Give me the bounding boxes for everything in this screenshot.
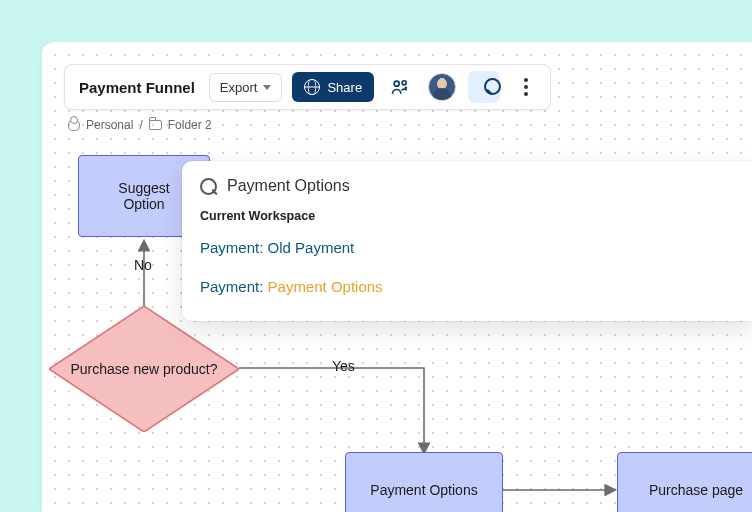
node-payment-options[interactable]: Payment Options [345,452,503,512]
more-menu-button[interactable] [510,71,542,103]
avatar [428,73,456,101]
export-button[interactable]: Export [209,73,283,102]
collaborators-button[interactable] [384,71,416,103]
search-input[interactable] [227,177,730,195]
collaborators-icon [390,77,410,97]
folder-icon [149,120,162,130]
avatar-button[interactable] [426,71,458,103]
breadcrumb-scope[interactable]: Personal [86,118,133,132]
result-prefix: Payment: [200,239,268,256]
decision-label: Purchase new product? [70,361,217,377]
node-decision-purchase[interactable]: Purchase new product? [49,306,239,432]
breadcrumb-folder[interactable]: Folder 2 [168,118,212,132]
result-text: Old Payment [268,239,355,256]
search-button[interactable] [468,71,500,103]
search-icon [200,178,217,195]
search-section-label: Current Workspace [200,209,730,223]
more-icon [524,78,528,96]
search-panel: Current Workspace Payment: Old Payment P… [182,161,752,321]
result-match: Payment Options [268,278,383,295]
toolbar: Payment Funnel Export Share [64,64,551,110]
globe-icon [304,79,320,95]
share-button[interactable]: Share [292,72,374,102]
canvas[interactable]: Suggest Option Purchase new product? Pay… [42,42,752,512]
edge-label-no: No [134,257,152,273]
page-title: Payment Funnel [79,79,195,96]
result-prefix: Payment: [200,278,268,295]
edge-label-yes: Yes [332,358,355,374]
svg-point-1 [394,81,399,86]
breadcrumb-sep: / [139,118,142,132]
breadcrumb: Personal / Folder 2 [68,118,212,132]
chevron-down-icon [263,85,271,90]
search-icon [475,78,493,96]
person-icon [68,119,80,131]
export-label: Export [220,80,258,95]
share-label: Share [327,80,362,95]
search-result[interactable]: Payment: Old Payment [200,239,730,256]
node-purchase-page[interactable]: Purchase page [617,452,752,512]
svg-point-2 [402,81,406,85]
search-result[interactable]: Payment: Payment Options [200,278,730,295]
